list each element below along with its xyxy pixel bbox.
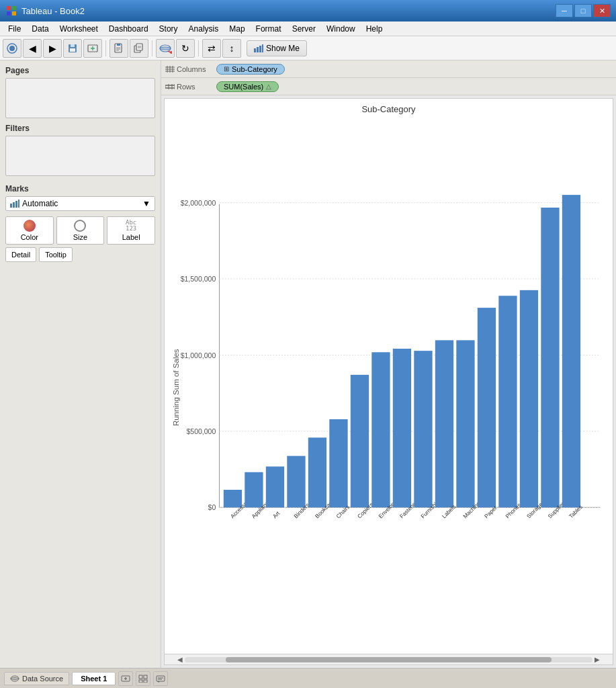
bar-copiers[interactable]: [351, 375, 369, 507]
data-source-tab[interactable]: Data Source: [4, 672, 69, 685]
new-dashboard-button[interactable]: [136, 671, 150, 686]
svg-rect-86: [157, 676, 165, 681]
new-datasource-button[interactable]: [83, 39, 102, 58]
rows-label: Rows: [165, 83, 212, 91]
size-icon: [74, 220, 86, 232]
menu-file[interactable]: File: [3, 23, 26, 35]
app-icon: [5, 5, 17, 17]
menu-data[interactable]: Data: [26, 23, 54, 35]
forward-button[interactable]: ▶: [43, 39, 62, 58]
bar-envelopes[interactable]: [371, 352, 390, 507]
bar-binders[interactable]: [287, 456, 305, 508]
sort-button[interactable]: ↕: [222, 39, 241, 58]
bar-paper[interactable]: [478, 308, 496, 507]
tooltip-button[interactable]: Tooltip: [39, 247, 73, 262]
window-controls: ─ □ ✕: [556, 4, 611, 17]
filters-section: Filters: [5, 124, 155, 176]
bar-storage[interactable]: [520, 290, 538, 507]
separator-3: [198, 40, 199, 56]
scrollbar-thumb[interactable]: [226, 657, 552, 662]
bar-labels[interactable]: [435, 340, 453, 507]
bar-tables[interactable]: [562, 195, 580, 507]
label-button[interactable]: Abc123 Label: [107, 216, 155, 245]
pages-label: Pages: [5, 66, 155, 75]
maximize-button[interactable]: □: [574, 4, 592, 17]
bar-machines[interactable]: [456, 340, 474, 507]
marks-row-2: Detail Tooltip: [5, 247, 155, 262]
toolbar: ◀ ▶: [0, 36, 616, 60]
detail-button[interactable]: Detail: [5, 247, 36, 262]
scroll-left-button[interactable]: ◀: [175, 655, 185, 664]
columns-pill[interactable]: ⊞ Sub-Category: [216, 64, 285, 75]
bar-chairs[interactable]: [329, 419, 347, 507]
svg-rect-18: [136, 44, 142, 50]
svg-rect-27: [257, 47, 259, 52]
bar-bookcases[interactable]: [308, 437, 326, 507]
view-pane: Sub-Category Running Sum of Sales: [164, 98, 613, 665]
main-layout: Pages Filters Marks Automatic ▼: [0, 60, 616, 668]
bar-supplies[interactable]: [541, 208, 559, 507]
new-story-button[interactable]: [153, 671, 168, 686]
bar-chart: Running Sum of Sales $0 $500,000: [170, 120, 607, 648]
menu-server[interactable]: Server: [287, 23, 321, 35]
filters-label: Filters: [5, 124, 155, 133]
close-button[interactable]: ✕: [593, 4, 611, 17]
marks-dropdown-arrow: ▼: [142, 199, 150, 208]
data-source-label: Data Source: [22, 675, 63, 683]
connect-data-button[interactable]: [156, 39, 175, 58]
svg-rect-1: [12, 6, 16, 10]
svg-point-5: [9, 46, 15, 51]
bar-art[interactable]: [266, 466, 284, 507]
tableau-home-button[interactable]: [3, 39, 21, 58]
duplicate-button[interactable]: [130, 39, 148, 58]
new-worksheet-button[interactable]: [109, 39, 128, 58]
pages-box: [5, 78, 155, 118]
menu-dashboard[interactable]: Dashboard: [103, 23, 154, 35]
svg-text:$0: $0: [208, 503, 216, 511]
menu-window[interactable]: Window: [321, 23, 361, 35]
scrollbar-track[interactable]: [185, 657, 592, 662]
scroll-right-button[interactable]: ▶: [592, 655, 602, 664]
separator-1: [105, 40, 106, 56]
menu-map[interactable]: Map: [224, 23, 250, 35]
back-button[interactable]: ◀: [23, 39, 42, 58]
sheet-label: Sheet 1: [81, 675, 107, 683]
separator-2: [152, 40, 152, 56]
label-icon: Abc123: [126, 220, 136, 232]
color-button[interactable]: Color: [5, 216, 54, 245]
marks-section: Marks Automatic ▼ Color: [5, 184, 155, 262]
menu-analysis[interactable]: Analysis: [183, 23, 224, 35]
size-label: Size: [73, 233, 87, 241]
save-button[interactable]: [63, 39, 82, 58]
show-me-button[interactable]: Show Me: [247, 40, 307, 56]
bar-furnishings[interactable]: [414, 351, 432, 507]
refresh-button[interactable]: ↻: [176, 39, 195, 58]
menu-help[interactable]: Help: [361, 23, 388, 35]
sheet-tab[interactable]: Sheet 1: [72, 672, 116, 685]
rows-pill[interactable]: SUM(Sales) △: [216, 81, 279, 92]
rows-shelf: Rows SUM(Sales) △: [161, 78, 616, 95]
svg-rect-32: [15, 201, 17, 208]
menu-format[interactable]: Format: [251, 23, 287, 35]
svg-rect-26: [254, 48, 256, 52]
new-sheet-button[interactable]: [118, 671, 133, 686]
svg-text:Running Sum of Sales: Running Sum of Sales: [172, 349, 180, 426]
swap-button[interactable]: ⇄: [202, 39, 221, 58]
marks-label: Marks: [5, 184, 155, 194]
size-button[interactable]: Size: [56, 216, 105, 245]
svg-rect-33: [18, 200, 19, 208]
menu-worksheet[interactable]: Worksheet: [54, 23, 103, 35]
svg-text:$1,000,000: $1,000,000: [181, 351, 216, 359]
marks-type-dropdown[interactable]: Automatic ▼: [5, 196, 155, 211]
columns-shelf: Columns ⊞ Sub-Category: [161, 60, 616, 78]
minimize-button[interactable]: ─: [556, 4, 573, 17]
menu-story[interactable]: Story: [154, 23, 183, 35]
bar-fasteners[interactable]: [393, 349, 411, 507]
bar-appliances[interactable]: [245, 472, 263, 508]
svg-rect-3: [12, 11, 16, 15]
left-panel: Pages Filters Marks Automatic ▼: [0, 60, 161, 668]
svg-rect-30: [10, 204, 12, 208]
bar-phones[interactable]: [498, 296, 517, 507]
svg-rect-84: [139, 680, 142, 683]
columns-label: Columns: [165, 65, 212, 73]
